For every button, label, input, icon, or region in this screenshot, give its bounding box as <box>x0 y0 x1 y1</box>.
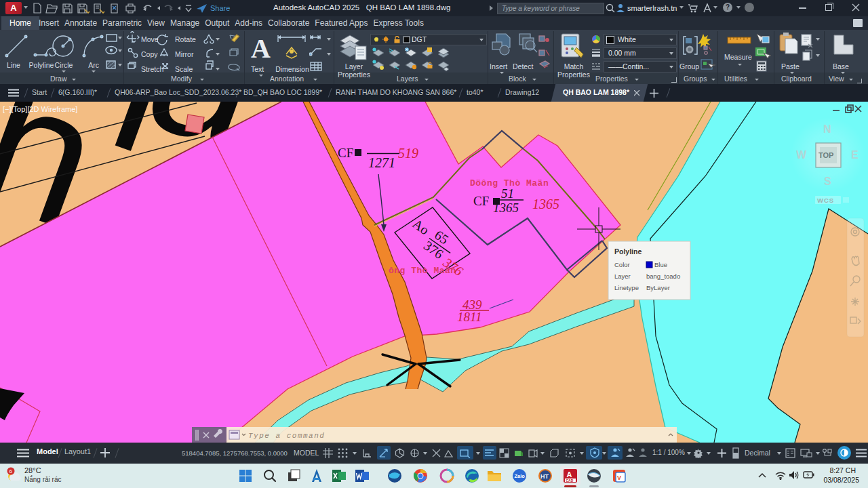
svg-text:V: V <box>617 474 621 481</box>
svg-text:6: 6 <box>9 468 13 474</box>
svg-text:Type a command: Type a command <box>248 432 325 440</box>
svg-text:Layer: Layer <box>614 272 631 280</box>
svg-text:1271: 1271 <box>368 155 395 170</box>
svg-text:HT: HT <box>540 473 549 480</box>
svg-text:51: 51 <box>501 186 514 201</box>
svg-text:1811: 1811 <box>457 310 482 324</box>
svg-text:N: N <box>823 123 831 135</box>
svg-text:Blue: Blue <box>654 261 667 268</box>
svg-text:WCS: WCS <box>817 197 834 204</box>
svg-text:[−][Top][2D Wireframe]: [−][Top][2D Wireframe] <box>3 105 77 113</box>
svg-text:Döông Thò Maän: Döông Thò Maän <box>470 178 549 188</box>
svg-text:Polyline: Polyline <box>614 247 642 256</box>
svg-text:W: W <box>796 149 807 161</box>
svg-text:1365: 1365 <box>532 197 559 211</box>
svg-text:CF: CF <box>338 146 353 160</box>
svg-text:Linetype: Linetype <box>614 284 639 291</box>
svg-text:Zalo: Zalo <box>515 473 526 479</box>
svg-text:S: S <box>824 176 831 187</box>
svg-text:Color: Color <box>614 261 630 268</box>
svg-text:A: A <box>567 470 572 479</box>
svg-text:Share: Share <box>210 4 230 12</box>
svg-text:CAD: CAD <box>566 479 574 483</box>
svg-text:519: 519 <box>398 146 418 161</box>
svg-text:E: E <box>851 149 859 161</box>
svg-text:bang_toado: bang_toado <box>646 272 680 280</box>
svg-text:CF: CF <box>473 194 489 208</box>
svg-text:ByLayer: ByLayer <box>646 284 670 291</box>
svg-text:1365: 1365 <box>493 201 519 215</box>
svg-text:TOP: TOP <box>818 151 833 159</box>
